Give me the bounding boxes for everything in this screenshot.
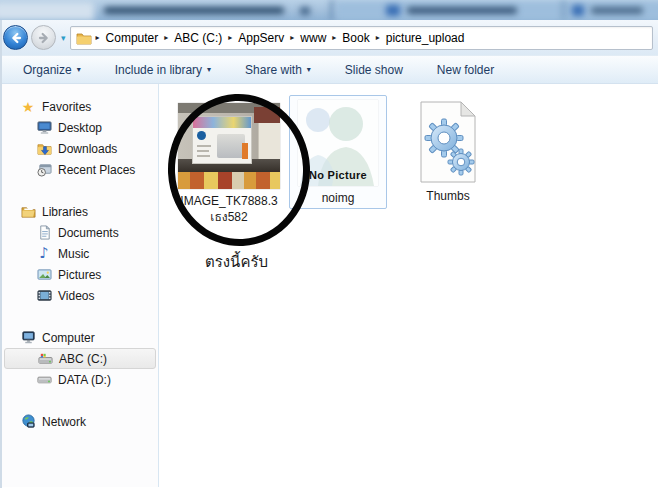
sidebar-group-computer[interactable]: Computer bbox=[2, 327, 158, 348]
forward-button[interactable] bbox=[31, 25, 56, 50]
network-icon bbox=[20, 414, 36, 430]
file-name-line2: เธง582 bbox=[169, 210, 289, 226]
sidebar-label: Network bbox=[42, 415, 86, 429]
breadcrumb-item-appserv[interactable]: AppServ bbox=[236, 31, 286, 45]
sidebar-item-abc-c-drive[interactable]: ABC (C:) bbox=[4, 348, 156, 369]
breadcrumb-item-computer[interactable]: Computer bbox=[104, 31, 161, 45]
blurred-tab bbox=[0, 2, 94, 20]
command-toolbar: Organize ▾ Include in library ▾ Share wi… bbox=[2, 56, 658, 84]
sidebar-item-desktop[interactable]: Desktop bbox=[2, 117, 158, 138]
system-drive-icon bbox=[37, 351, 53, 367]
sidebar-item-data-d-drive[interactable]: DATA (D:) bbox=[2, 369, 158, 390]
photo-background-box bbox=[258, 123, 280, 161]
breadcrumb-item-abc-c[interactable]: ABC (C:) bbox=[172, 31, 224, 45]
navigation-pane: ★ Favorites Desktop Downloads bbox=[2, 84, 159, 487]
file-item-noimg[interactable]: No Picture noimg bbox=[289, 95, 387, 209]
breadcrumb-separator-icon: ▸ bbox=[328, 33, 340, 42]
hard-drive-icon bbox=[36, 372, 52, 388]
sidebar-label: DATA (D:) bbox=[58, 373, 111, 387]
sidebar-group-favorites[interactable]: ★ Favorites bbox=[2, 96, 158, 117]
photo-lower-boxes bbox=[178, 172, 280, 189]
blurred-tab-title bbox=[407, 7, 517, 14]
slide-show-button[interactable]: Slide show bbox=[334, 59, 414, 81]
desktop-icon bbox=[36, 120, 52, 136]
file-list-area: IMAGE_TK7888.3 เธง582 No Picture bbox=[159, 84, 658, 487]
sidebar-item-music[interactable]: ♪ Music bbox=[2, 243, 158, 264]
photo-background-box bbox=[254, 107, 280, 123]
no-picture-text: No Picture bbox=[298, 169, 378, 181]
blurred-tab-favicon bbox=[386, 5, 400, 16]
dropdown-arrow-icon: ▾ bbox=[77, 65, 81, 74]
folder-icon bbox=[76, 30, 92, 46]
tab-divider bbox=[330, 0, 334, 20]
sidebar-item-documents[interactable]: Documents bbox=[2, 222, 158, 243]
sidebar-spacer bbox=[2, 390, 158, 411]
file-name-line1: IMAGE_TK7888.3 bbox=[169, 194, 289, 210]
back-button[interactable] bbox=[3, 25, 28, 50]
blurred-tab-title bbox=[591, 7, 643, 14]
printer-box-artwork bbox=[193, 117, 251, 128]
recent-places-icon bbox=[36, 162, 52, 178]
sidebar-label: Downloads bbox=[58, 142, 117, 156]
star-icon: ★ bbox=[20, 99, 36, 115]
box-text-line bbox=[197, 155, 210, 157]
sidebar-label: Desktop bbox=[58, 121, 102, 135]
box-text-line bbox=[197, 145, 211, 147]
sidebar-item-recent-places[interactable]: Recent Places bbox=[2, 159, 158, 180]
organize-button[interactable]: Organize ▾ bbox=[12, 59, 92, 81]
blurred-tab-title bbox=[104, 7, 284, 14]
annotation-caption: ตรงนี้ครับ bbox=[205, 250, 268, 274]
videos-icon bbox=[36, 288, 52, 304]
breadcrumb-separator-icon: ▸ bbox=[224, 33, 236, 42]
sidebar-item-videos[interactable]: Videos bbox=[2, 285, 158, 306]
new-folder-button[interactable]: New folder bbox=[426, 59, 505, 81]
noimg-thumbnail: No Picture bbox=[298, 100, 378, 186]
include-in-library-label: Include in library bbox=[115, 63, 202, 77]
box-text-line bbox=[197, 150, 209, 152]
sidebar-group-network[interactable]: Network bbox=[2, 411, 158, 432]
dropdown-arrow-icon: ▾ bbox=[307, 65, 311, 74]
blurred-tab-close bbox=[300, 7, 310, 15]
sidebar-label: Documents bbox=[58, 226, 119, 240]
sidebar-item-downloads[interactable]: Downloads bbox=[2, 138, 158, 159]
sidebar-label: Recent Places bbox=[58, 163, 135, 177]
breadcrumb-separator-icon: ▸ bbox=[160, 33, 172, 42]
file-item-image-tk7888[interactable]: IMAGE_TK7888.3 เธง582 bbox=[169, 103, 289, 225]
file-item-thumbs[interactable]: Thumbs bbox=[393, 100, 503, 205]
address-bar[interactable]: ▸ Computer ▸ ABC (C:) ▸ AppServ ▸ www ▸ … bbox=[70, 26, 653, 50]
breadcrumb-item-www[interactable]: www bbox=[298, 31, 328, 45]
computer-icon bbox=[20, 330, 36, 346]
breadcrumb-separator-icon: ▸ bbox=[372, 33, 384, 42]
organize-label: Organize bbox=[23, 63, 72, 77]
sidebar-label: Videos bbox=[58, 289, 94, 303]
screenshot-root: ▾ ▸ Computer ▸ ABC (C:) ▸ AppServ ▸ www … bbox=[0, 0, 658, 488]
music-icon: ♪ bbox=[36, 246, 52, 262]
include-in-library-button[interactable]: Include in library ▾ bbox=[104, 59, 222, 81]
share-with-button[interactable]: Share with ▾ bbox=[234, 59, 322, 81]
printer-box bbox=[192, 116, 252, 164]
file-name: Thumbs bbox=[393, 189, 503, 205]
tab-divider bbox=[562, 0, 565, 20]
sidebar-label: Computer bbox=[42, 331, 95, 345]
sidebar-item-pictures[interactable]: Pictures bbox=[2, 264, 158, 285]
documents-icon bbox=[36, 225, 52, 241]
breadcrumb-item-book[interactable]: Book bbox=[340, 31, 371, 45]
address-bar-row: ▾ ▸ Computer ▸ ABC (C:) ▸ AppServ ▸ www … bbox=[2, 20, 658, 56]
sidebar-label: Libraries bbox=[42, 205, 88, 219]
sidebar-spacer bbox=[2, 180, 158, 201]
sidebar-group-libraries[interactable]: Libraries bbox=[2, 201, 158, 222]
breadcrumb-separator-icon: ▸ bbox=[286, 33, 298, 42]
window-body: ★ Favorites Desktop Downloads bbox=[2, 84, 658, 487]
photo-thumbnail bbox=[178, 103, 280, 189]
recent-pages-dropdown-icon[interactable]: ▾ bbox=[61, 33, 66, 43]
sidebar-label: ABC (C:) bbox=[59, 352, 107, 366]
libraries-icon bbox=[20, 204, 36, 220]
printer-product-image bbox=[217, 134, 245, 158]
background-browser-tabs bbox=[0, 0, 658, 20]
back-arrow-icon bbox=[8, 30, 24, 46]
file-name: noimg bbox=[290, 191, 386, 207]
share-with-label: Share with bbox=[245, 63, 302, 77]
breadcrumb-separator-icon: ▸ bbox=[92, 33, 104, 42]
slide-show-label: Slide show bbox=[345, 63, 403, 77]
breadcrumb-item-picture-upload[interactable]: picture_upload bbox=[384, 31, 467, 45]
